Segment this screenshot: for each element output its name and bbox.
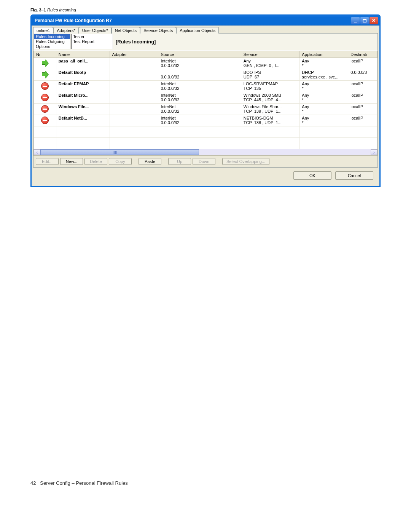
column-header[interactable]: Nr. (34, 51, 56, 58)
window-title: Personal FW Rule Configuration R7 (35, 18, 350, 23)
list-item[interactable]: Tester (72, 34, 113, 39)
rule-name-cell: pass_all_onli... (56, 58, 110, 69)
destination-cell: localIP (348, 115, 378, 126)
application-cell: Any * (299, 115, 348, 126)
copy-button[interactable]: Copy (109, 158, 132, 165)
adapter-cell (110, 104, 158, 115)
list-item[interactable]: Options (34, 44, 70, 49)
scroll-left-button[interactable]: ‹ (34, 149, 40, 155)
allow-icon (41, 71, 49, 78)
rules-grid[interactable]: Nr.NameAdapterSourceServiceApplicationDe… (33, 50, 378, 155)
tab-serviceobjects[interactable]: Service Objects (140, 27, 176, 34)
service-cell: Windows 2000 SMB TCP 445 , UDP 4... (241, 92, 299, 104)
cancel-button[interactable]: Cancel (335, 171, 373, 180)
tab-strip: online1Adapters*User Objects*Net Objects… (33, 27, 378, 34)
delete-button[interactable]: Delete (84, 158, 107, 165)
source-cell: InterNet 0.0.0.0/32 (158, 115, 241, 126)
action-button-row: Edit... New... Delete Copy Paste Up Down… (33, 155, 378, 167)
dialog-footer: OK Cancel (33, 168, 378, 184)
table-row-empty (34, 138, 378, 149)
destination-cell: localIP (348, 104, 378, 115)
block-icon (41, 94, 49, 101)
rule-direction-list[interactable]: Rules IncomingRules OutgoingOptions (34, 34, 70, 49)
application-cell: Any * (299, 92, 348, 104)
horizontal-scrollbar[interactable]: ‹ › (33, 149, 378, 155)
column-header[interactable]: Adapter (110, 51, 158, 58)
rule-name-cell: Default Micro... (56, 92, 110, 104)
service-cell: LOC-SRV/EPMAP TCP 135 (241, 81, 299, 92)
tab-applicationobjects[interactable]: Application Objects (176, 27, 219, 34)
table-row[interactable]: Default Bootp 0.0.0.0/32BOOTPS UDP 67DHC… (34, 69, 378, 81)
source-cell: InterNet 0.0.0.0/32 (158, 92, 241, 104)
rule-name-cell: Default NetB... (56, 115, 110, 126)
close-button[interactable]: ✕ (370, 17, 378, 24)
dialog-window: Personal FW Rule Configuration R7 _ ✕ on… (30, 14, 381, 187)
caption-label: Fig. 3–1 (30, 8, 46, 12)
adapter-cell (110, 92, 158, 104)
destination-cell: 0.0.0.0/3 (348, 69, 378, 81)
column-header[interactable]: Name (56, 51, 110, 58)
down-button[interactable]: Down (193, 158, 215, 165)
source-cell: InterNet 0.0.0.0/32 (158, 58, 241, 69)
tab-userobjects[interactable]: User Objects* (79, 27, 112, 34)
destination-cell: localIP (348, 81, 378, 92)
column-header[interactable]: Destinati (348, 51, 378, 58)
new-button[interactable]: New... (60, 158, 83, 165)
application-cell: Any * (299, 104, 348, 115)
destination-cell: localIP (348, 92, 378, 104)
table-row[interactable]: pass_all_onli...InterNet 0.0.0.0/32Any G… (34, 58, 378, 69)
column-header[interactable]: Source (158, 51, 241, 58)
edit-button[interactable]: Edit... (36, 158, 59, 165)
tab-panel: Rules IncomingRules OutgoingOptions Test… (33, 33, 378, 168)
rule-name-cell: Default Bootp (56, 69, 110, 81)
table-row[interactable]: Default EPMAPInterNet 0.0.0.0/32LOC-SRV/… (34, 81, 378, 92)
ok-button[interactable]: OK (293, 171, 331, 180)
select-overlapping-button[interactable]: Select Overlapping... (222, 158, 269, 165)
list-item[interactable]: Rules Outgoing (34, 39, 70, 44)
service-cell: Windows File Shar... TCP 139 , UDP 1... (241, 104, 299, 115)
page-footer: 42 Server Config – Personal Firewall Rul… (30, 480, 381, 486)
table-row-empty (34, 126, 378, 138)
table-row[interactable]: Windows File...InterNet 0.0.0.0/32Window… (34, 104, 378, 115)
scroll-right-button[interactable]: › (371, 149, 377, 155)
source-cell: InterNet 0.0.0.0/32 (158, 104, 241, 115)
minimize-button[interactable]: _ (351, 17, 360, 24)
scroll-thumb[interactable] (40, 149, 199, 155)
adapter-cell (110, 115, 158, 126)
source-cell: 0.0.0.0/32 (158, 69, 241, 81)
up-button[interactable]: Up (168, 158, 191, 165)
adapter-cell (110, 81, 158, 92)
page-number: 42 (30, 480, 36, 486)
section-title: [Rules Incoming] (113, 34, 158, 50)
scroll-track[interactable] (40, 149, 371, 155)
table-row[interactable]: Default Micro...InterNet 0.0.0.0/32Windo… (34, 92, 378, 104)
adapter-cell (110, 69, 158, 81)
adapter-cell (110, 58, 158, 69)
page-footer-text: Server Config – Personal Firewall Rules (40, 480, 127, 486)
allow-icon (41, 59, 49, 67)
block-icon (41, 105, 49, 113)
maximize-icon (363, 19, 366, 22)
column-header[interactable]: Application (299, 51, 348, 58)
application-cell: DHCP services.exe , svc... (299, 69, 348, 81)
block-icon (41, 82, 49, 90)
tab-netobjects[interactable]: Net Objects (112, 27, 140, 34)
application-cell: Any * (299, 81, 348, 92)
tab-online1[interactable]: online1 (33, 27, 53, 34)
maximize-button[interactable] (360, 17, 369, 24)
figure-caption: Fig. 3–1 Rules Incoming (30, 8, 381, 12)
application-cell: Any * (299, 58, 348, 69)
column-header[interactable]: Service (241, 51, 299, 58)
block-icon (41, 117, 49, 124)
titlebar[interactable]: Personal FW Rule Configuration R7 _ ✕ (32, 16, 379, 26)
paste-button[interactable]: Paste (139, 158, 161, 165)
table-row[interactable]: Default NetB...InterNet 0.0.0.0/32NETBIO… (34, 115, 378, 126)
list-item[interactable]: Rules Incoming (34, 34, 70, 39)
tester-list[interactable]: TesterTest Report (71, 34, 113, 49)
list-item[interactable]: Test Report (72, 39, 113, 44)
rule-name-cell: Windows File... (56, 104, 110, 115)
source-cell: InterNet 0.0.0.0/32 (158, 81, 241, 92)
sub-header: Rules IncomingRules OutgoingOptions Test… (33, 34, 378, 50)
rule-name-cell: Default EPMAP (56, 81, 110, 92)
tab-adapters[interactable]: Adapters* (53, 27, 78, 34)
